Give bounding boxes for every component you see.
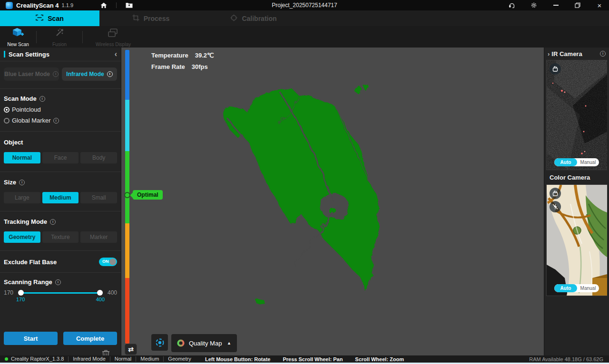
calibration-target-icon — [230, 14, 237, 23]
option-label: Geometry — [9, 234, 35, 240]
chevron-right-icon[interactable]: › — [548, 50, 550, 57]
recenter-view-button[interactable] — [151, 334, 168, 351]
quality-map-dropdown[interactable]: Quality Map ▲ — [171, 334, 237, 352]
support-headset-icon[interactable] — [508, 1, 516, 9]
size-option-small[interactable]: Small — [80, 192, 117, 203]
option-label: Face — [54, 154, 67, 161]
tracking-mode-section: Tracking Modei Geometry Texture Marker — [0, 211, 121, 250]
tab-process[interactable]: Process — [99, 10, 202, 26]
settings-gear-icon[interactable] — [530, 1, 538, 9]
new-scan-button[interactable]: New Scan — [0, 26, 36, 48]
scan-mode-section: Scan Modei Pointcloud Global Marker i — [0, 88, 121, 131]
frame-rate-label: Frame Rate — [151, 63, 185, 70]
swap-panel-button[interactable]: ⇄ — [125, 344, 137, 355]
rotate-camera-icon[interactable] — [550, 63, 561, 75]
scanning-range-slider[interactable] — [19, 290, 102, 296]
ir-camera-view[interactable]: Auto Manual — [546, 60, 607, 170]
range-value-min: 170 — [16, 297, 25, 302]
tab-calibration[interactable]: Calibration — [202, 10, 305, 26]
info-icon[interactable]: i — [53, 71, 59, 77]
scan-3d-viewport[interactable]: Optimal Temperature 39.2℃ — [121, 48, 544, 355]
maximize-button[interactable] — [574, 1, 581, 9]
wireless-display-button[interactable]: Wireless Display — [83, 26, 144, 48]
range-min-label: 170 — [4, 289, 15, 296]
scanning-range-section: Scanning Rangei 170 400 170 400 Start Co… — [0, 272, 121, 361]
pointcloud-render[interactable] — [121, 48, 544, 355]
collapse-panel-icon[interactable]: ‹ — [115, 50, 117, 58]
complete-button[interactable]: Complete — [63, 332, 117, 345]
tab-scan[interactable]: Scan — [0, 10, 99, 26]
infrared-mode-label: Infrared Mode — [66, 71, 104, 77]
color-camera-view[interactable]: Auto Manual — [546, 184, 607, 296]
scan-frame-icon — [36, 14, 43, 22]
info-icon[interactable]: i — [107, 71, 113, 77]
device-readout: Temperature 39.2℃ Frame Rate 30fps — [151, 52, 214, 75]
option-label: Marker — [90, 234, 108, 240]
info-icon[interactable]: i — [39, 96, 45, 102]
blue-laser-mode-button[interactable]: Blue Laser Mode i — [4, 67, 59, 81]
flash-off-icon[interactable] — [550, 201, 561, 212]
option-label: Medium — [49, 194, 71, 201]
hint-pan: Press Scroll Wheel: Pan — [283, 356, 343, 362]
infrared-mode-button[interactable]: Infrared Mode i — [62, 67, 117, 81]
color-camera-header: Color Camera — [544, 170, 609, 184]
temperature-value: 39.2℃ — [195, 52, 214, 59]
slider-track — [19, 292, 102, 294]
tracking-mode-label: Tracking Mode — [4, 218, 47, 225]
fusion-button[interactable]: Fusion — [37, 26, 82, 48]
object-option-body[interactable]: Body — [80, 152, 117, 163]
global-marker-label: Global Marker — [12, 117, 51, 124]
info-icon[interactable]: i — [55, 279, 61, 285]
object-option-normal[interactable]: Normal — [4, 152, 40, 163]
minimize-button[interactable] — [552, 1, 560, 9]
color-auto-button[interactable]: Auto — [554, 284, 577, 292]
rotate-camera-icon[interactable] — [550, 188, 561, 199]
start-button[interactable]: Start — [4, 332, 58, 345]
status-object: Normal — [110, 356, 136, 362]
color-exposure-toggle: Auto Manual — [554, 284, 599, 292]
info-icon[interactable]: i — [53, 118, 59, 124]
scan-settings-title: Scan Settings — [9, 51, 49, 58]
object-label: Object — [4, 139, 23, 146]
open-project-folder-icon[interactable] — [125, 1, 133, 9]
object-option-face[interactable]: Face — [42, 152, 79, 163]
option-label: Body — [92, 154, 105, 161]
radio-global-marker[interactable]: Global Marker i — [4, 117, 117, 124]
quality-map-icon — [177, 339, 185, 347]
scanning-range-label: Scanning Range — [4, 278, 52, 286]
size-option-large[interactable]: Large — [4, 192, 40, 203]
tracking-option-marker[interactable]: Marker — [80, 231, 117, 243]
exclude-flat-base-toggle[interactable]: ON — [99, 258, 117, 266]
status-size: Medium — [136, 356, 163, 362]
titlebar: CrealityScan 4 1.1.9 Project_20250725144… — [0, 0, 609, 10]
slider-handle-max[interactable] — [97, 290, 103, 296]
slider-handle-min[interactable] — [18, 290, 24, 296]
frame-rate-value: 30fps — [192, 63, 208, 70]
info-icon[interactable]: i — [19, 180, 25, 185]
new-scan-label: New Scan — [7, 42, 29, 47]
home-icon[interactable] — [100, 1, 108, 9]
info-icon[interactable]: i — [600, 51, 606, 57]
ir-manual-button[interactable]: Manual — [577, 158, 599, 166]
accent-bar — [4, 51, 5, 57]
info-icon[interactable]: i — [50, 219, 56, 225]
pointcloud-label: Pointcloud — [12, 106, 41, 113]
tracking-option-geometry[interactable]: Geometry — [4, 231, 40, 243]
ir-auto-button[interactable]: Auto — [554, 158, 577, 166]
scan-toolbar: New Scan Fusion Wireless Display — [0, 26, 609, 48]
new-scan-cube-icon — [12, 27, 24, 40]
tracking-option-texture[interactable]: Texture — [42, 231, 79, 243]
object-section: Object Normal Face Body — [0, 131, 121, 172]
range-value-max: 400 — [96, 297, 105, 302]
size-option-medium[interactable]: Medium — [42, 192, 79, 203]
color-manual-button[interactable]: Manual — [577, 284, 599, 292]
hint-zoom: Scroll Wheel: Zoom — [355, 356, 404, 362]
device-connected-dot — [5, 357, 8, 361]
app-name: CrealityScan 4 — [16, 2, 59, 9]
laser-mode-section: Blue Laser Mode i Infrared Mode i — [0, 61, 121, 88]
wireless-display-label: Wireless Display — [96, 42, 131, 47]
radio-pointcloud[interactable]: Pointcloud — [4, 106, 117, 113]
main-tabs: Scan Process Calibration — [0, 10, 609, 26]
close-button[interactable]: × — [596, 1, 603, 9]
wireless-display-icon — [107, 27, 119, 40]
